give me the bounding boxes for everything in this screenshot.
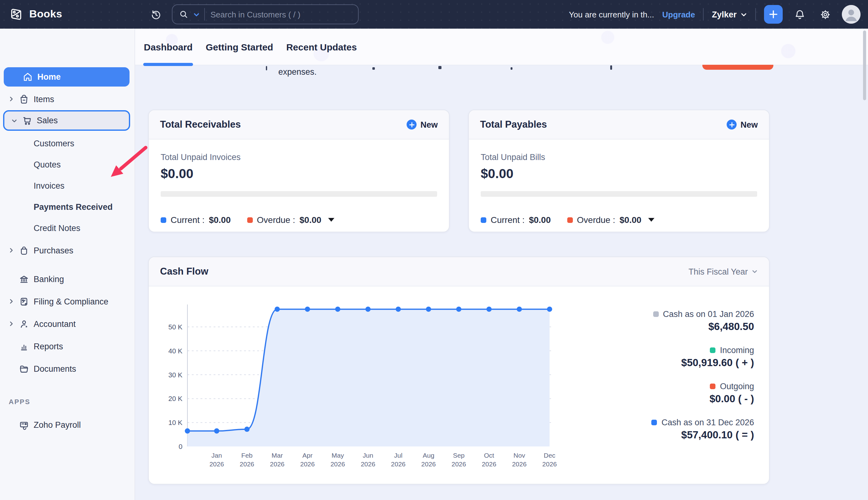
search-divider <box>204 8 205 21</box>
svg-text:2026: 2026 <box>361 461 376 468</box>
notifications-bell-icon[interactable] <box>791 5 808 23</box>
sidebar-item-label: Items <box>34 94 54 104</box>
current-legend-item: Current : $0.00 <box>161 215 231 225</box>
vertical-scrollbar-thumb[interactable] <box>863 31 866 100</box>
sidebar-subitem-customers[interactable]: Customers <box>34 139 75 148</box>
aging-legend: Current : $0.00 Overdue : $0.00 <box>481 215 654 225</box>
books-logo-icon <box>9 7 24 22</box>
new-payable-button[interactable]: New <box>727 120 758 129</box>
svg-text:20 K: 20 K <box>169 395 183 402</box>
new-receivable-button[interactable]: New <box>407 120 438 129</box>
range-label: This Fiscal Year <box>688 267 748 276</box>
tax-document-icon <box>18 296 29 307</box>
legend-swatch <box>652 420 657 425</box>
sidebar-item-sales[interactable]: Sales <box>3 110 130 131</box>
svg-text:2026: 2026 <box>240 461 254 468</box>
card-title: Total Payables <box>480 119 547 130</box>
svg-text:Aug: Aug <box>423 452 434 459</box>
overdue-dropdown-icon[interactable] <box>648 218 654 221</box>
tab-recent-updates[interactable]: Recent Updates <box>285 29 357 65</box>
plus-icon <box>727 120 736 129</box>
chart-x-labels: Jan2026Feb2026Mar2026Apr2026May2026Jun20… <box>209 452 557 468</box>
aging-progress-bar <box>481 191 757 197</box>
sidebar-subitem-payments-received[interactable]: Payments Received <box>34 202 113 212</box>
sidebar-item-filing-compliance[interactable]: Filing & Compliance <box>0 293 128 310</box>
cash-flow-legend: Cash as on 01 Jan 2026$6,480.50Incoming$… <box>652 309 754 441</box>
sidebar-item-purchases[interactable]: Purchases <box>0 242 128 259</box>
svg-text:2026: 2026 <box>421 461 436 468</box>
overdue-dropdown-icon[interactable] <box>328 218 334 221</box>
clipped-text-fragment <box>610 65 612 70</box>
banner-cta-button-clipped[interactable] <box>703 65 773 70</box>
total-receivables-card: Total Receivables New Total Unpaid Invoi… <box>148 110 449 232</box>
user-avatar[interactable] <box>842 5 860 24</box>
sidebar-item-banking[interactable]: Banking <box>0 270 128 288</box>
legend-label: Cash as on 01 Jan 2026 <box>663 309 754 319</box>
quick-create-button[interactable] <box>764 5 783 24</box>
clipped-text-fragment <box>511 67 512 70</box>
card-title: Cash Flow <box>160 266 208 277</box>
cash-flow-chart: 010 K20 K30 K40 K50 KJan2026Feb2026Mar20… <box>149 288 572 476</box>
topbar: Books You are currently <box>0 0 868 29</box>
sidebar-item-home[interactable]: Home <box>4 67 129 87</box>
svg-text:2026: 2026 <box>209 461 224 468</box>
sidebar-item-label: Home <box>37 72 61 82</box>
topbar-divider <box>755 8 756 21</box>
sidebar-item-zoho-payroll[interactable]: Zoho Payroll <box>0 416 128 433</box>
svg-text:Nov: Nov <box>513 452 525 459</box>
current-swatch <box>481 217 486 223</box>
annotation-arrow <box>106 142 155 182</box>
overdue-swatch <box>567 217 573 223</box>
new-button-label: New <box>740 120 758 129</box>
sidebar: Home Items <box>0 29 135 500</box>
sidebar-subitem-credit-notes[interactable]: Credit Notes <box>34 224 80 233</box>
folder-icon <box>18 363 29 374</box>
legend-swatch <box>710 384 716 389</box>
sidebar-subitem-quotes[interactable]: Quotes <box>34 160 61 169</box>
overdue-legend-item: Overdue : $0.00 <box>247 215 334 225</box>
svg-text:Jan: Jan <box>212 452 222 459</box>
sidebar-item-items[interactable]: Items <box>0 90 128 108</box>
cart-icon <box>21 115 32 126</box>
chevron-right-icon <box>8 298 14 305</box>
search-scope-chevron-icon[interactable] <box>193 11 200 18</box>
product-logo[interactable]: Books <box>0 7 135 22</box>
tab-getting-started[interactable]: Getting Started <box>205 29 274 65</box>
global-search[interactable] <box>172 4 359 24</box>
tab-dashboard[interactable]: Dashboard <box>143 29 193 65</box>
search-icon <box>179 9 189 19</box>
sidebar-item-documents[interactable]: Documents <box>0 360 128 377</box>
sidebar-item-accountant[interactable]: Accountant <box>0 315 128 332</box>
upgrade-link[interactable]: Upgrade <box>662 10 695 19</box>
svg-text:2026: 2026 <box>270 461 285 468</box>
card-title: Total Receivables <box>160 119 241 130</box>
main-content: Dashboard Getting Started Recent Updates… <box>135 29 868 500</box>
chart-area-fill <box>187 309 549 446</box>
search-input[interactable] <box>209 9 330 20</box>
svg-text:May: May <box>332 452 344 459</box>
settings-gear-icon[interactable] <box>816 5 834 23</box>
payroll-card-icon <box>18 419 29 430</box>
chevron-down-icon <box>11 117 18 124</box>
bank-icon <box>18 273 29 285</box>
svg-text:Oct: Oct <box>484 452 494 459</box>
current-swatch <box>161 217 166 223</box>
tab-bar: Dashboard Getting Started Recent Updates <box>143 29 357 65</box>
sidebar-item-reports[interactable]: Reports <box>0 338 128 355</box>
sidebar-subitem-invoices[interactable]: Invoices <box>34 181 65 191</box>
legend-label: Outgoing <box>720 382 754 391</box>
trial-status-text: You are currently in th... <box>569 10 654 19</box>
sidebar-item-label: Documents <box>34 364 76 373</box>
org-switcher[interactable]: Zylker <box>712 10 747 19</box>
accountant-person-icon <box>18 318 29 329</box>
sidebar-item-label: Reports <box>34 342 63 351</box>
overdue-value: $0.00 <box>619 215 641 225</box>
metric-label: Total Unpaid Bills <box>481 152 545 162</box>
history-icon[interactable] <box>147 5 164 23</box>
total-payables-card: Total Payables New Total Unpaid Bills $0… <box>468 110 769 232</box>
cash-flow-card: Cash Flow This Fiscal Year 010 K20 K30 K… <box>148 257 769 485</box>
chevron-down-icon <box>752 268 758 275</box>
fiscal-year-dropdown[interactable]: This Fiscal Year <box>688 267 758 276</box>
legend-label: Incoming <box>720 345 754 355</box>
cashflow-legend-item: Outgoing$0.00 ( - ) <box>709 382 754 405</box>
